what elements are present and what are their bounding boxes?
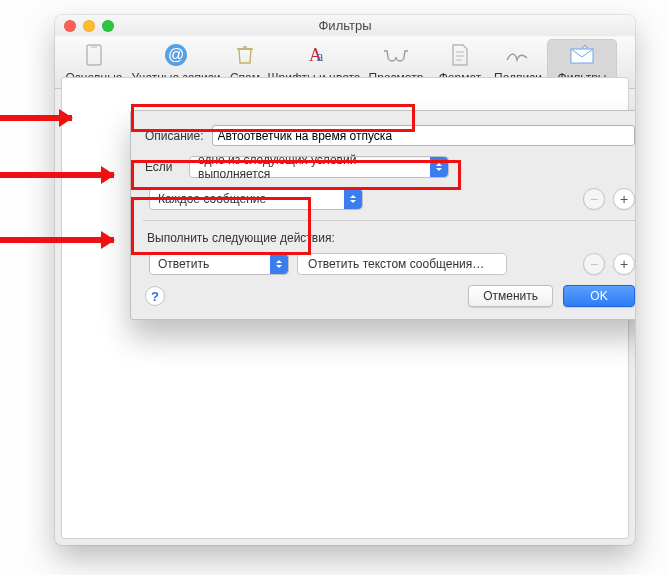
description-input[interactable] (212, 125, 635, 146)
fonts-icon: Aa (300, 43, 328, 67)
window-title: Фильтры (318, 18, 371, 33)
traffic-lights (64, 20, 114, 32)
if-condition-popup[interactable]: одно из следующих условий выполняется (189, 156, 449, 178)
close-window-button[interactable] (64, 20, 76, 32)
minimize-window-button[interactable] (83, 20, 95, 32)
action-text-value: Ответить текстом сообщения… (308, 257, 484, 271)
trash-icon (231, 43, 259, 67)
cancel-button[interactable]: Отменить (468, 285, 553, 307)
remove-action-button[interactable]: − (583, 253, 605, 275)
chevron-up-down-icon (344, 189, 362, 209)
add-action-button[interactable]: + (613, 253, 635, 275)
rule-edit-sheet: Описание: Если одно из следующих условий… (130, 110, 635, 320)
svg-text:a: a (317, 49, 324, 64)
actions-section-label: Выполнить следующие действия: (147, 231, 635, 245)
if-label: Если (145, 160, 181, 174)
titlebar: Фильтры (55, 15, 635, 37)
action-text-button[interactable]: Ответить текстом сообщения… (297, 253, 507, 275)
if-colon: : (457, 160, 460, 174)
zoom-window-button[interactable] (102, 20, 114, 32)
action-popup-value: Ответить (158, 257, 209, 271)
sheet-footer: ? Отменить OK (145, 285, 635, 307)
ok-label: OK (590, 289, 607, 303)
document-icon (446, 43, 474, 67)
at-sign-icon: @ (162, 43, 190, 67)
chevron-up-down-icon (430, 157, 448, 177)
envelope-filter-icon (568, 43, 596, 67)
description-label: Описание: (145, 129, 204, 143)
cancel-label: Отменить (483, 289, 538, 303)
chevron-up-down-icon (270, 254, 288, 274)
glasses-icon (382, 43, 410, 67)
annotation-arrow-3 (0, 237, 114, 243)
annotation-arrow-2 (0, 172, 114, 178)
if-row: Если одно из следующих условий выполняет… (145, 156, 635, 178)
condition-row: Каждое сообщение − + (145, 188, 635, 210)
signature-icon (504, 43, 532, 67)
preferences-window: Фильтры Основные @ Учетные записи Спам A… (55, 15, 635, 545)
if-popup-value: одно из следующих условий выполняется (198, 153, 430, 181)
ok-button[interactable]: OK (563, 285, 635, 307)
action-row: Ответить Ответить текстом сообщения… − + (145, 253, 635, 275)
phone-icon (80, 43, 108, 67)
annotation-arrow-1 (0, 115, 72, 121)
svg-rect-1 (91, 47, 97, 48)
help-button[interactable]: ? (145, 286, 165, 306)
condition-popup-value: Каждое сообщение (158, 192, 266, 206)
add-condition-button[interactable]: + (613, 188, 635, 210)
condition-type-popup[interactable]: Каждое сообщение (149, 188, 363, 210)
remove-condition-button[interactable]: − (583, 188, 605, 210)
action-popup[interactable]: Ответить (149, 253, 289, 275)
description-row: Описание: (145, 125, 635, 146)
svg-text:@: @ (168, 46, 184, 63)
divider (143, 220, 635, 221)
svg-rect-0 (87, 45, 101, 65)
